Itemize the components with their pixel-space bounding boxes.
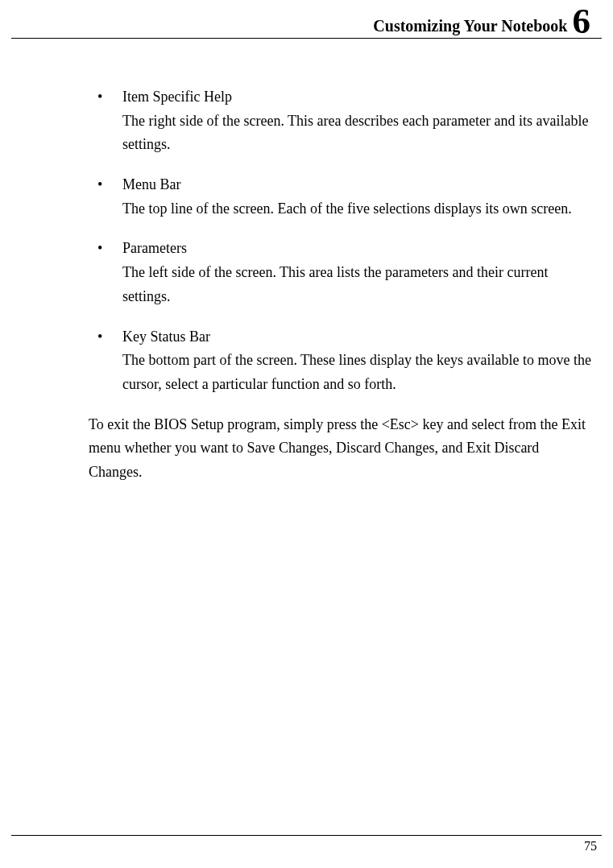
list-item: • Item Specific Help The right side of t… bbox=[89, 85, 597, 157]
page-container: Customizing Your Notebook 6 • Item Speci… bbox=[0, 0, 613, 868]
bullet-title: Key Status Bar bbox=[122, 325, 597, 349]
bullet-icon: • bbox=[97, 173, 102, 197]
bullet-description: The bottom part of the screen. These lin… bbox=[122, 349, 597, 396]
page-content: • Item Specific Help The right side of t… bbox=[0, 39, 613, 485]
bullet-title: Item Specific Help bbox=[122, 85, 597, 110]
page-header: Customizing Your Notebook 6 bbox=[11, 0, 602, 39]
bullet-list: • Item Specific Help The right side of t… bbox=[89, 85, 597, 397]
exit-paragraph: To exit the BIOS Setup program, simply p… bbox=[89, 413, 597, 485]
chapter-number: 6 bbox=[573, 3, 591, 39]
bullet-description: The right side of the screen. This area … bbox=[122, 110, 597, 157]
bullet-description: The top line of the screen. Each of the … bbox=[122, 197, 597, 221]
list-item: • Menu Bar The top line of the screen. E… bbox=[89, 173, 597, 221]
page-footer: 75 bbox=[11, 835, 602, 854]
bullet-icon: • bbox=[97, 237, 102, 261]
header-title: Customizing Your Notebook bbox=[373, 8, 567, 43]
bullet-icon: • bbox=[97, 85, 102, 110]
bullet-title: Parameters bbox=[122, 237, 597, 261]
bullet-icon: • bbox=[97, 325, 102, 349]
page-number: 75 bbox=[584, 839, 597, 853]
bullet-title: Menu Bar bbox=[122, 173, 597, 197]
bullet-description: The left side of the screen. This area l… bbox=[122, 261, 597, 308]
list-item: • Parameters The left side of the screen… bbox=[89, 237, 597, 308]
list-item: • Key Status Bar The bottom part of the … bbox=[89, 325, 597, 397]
